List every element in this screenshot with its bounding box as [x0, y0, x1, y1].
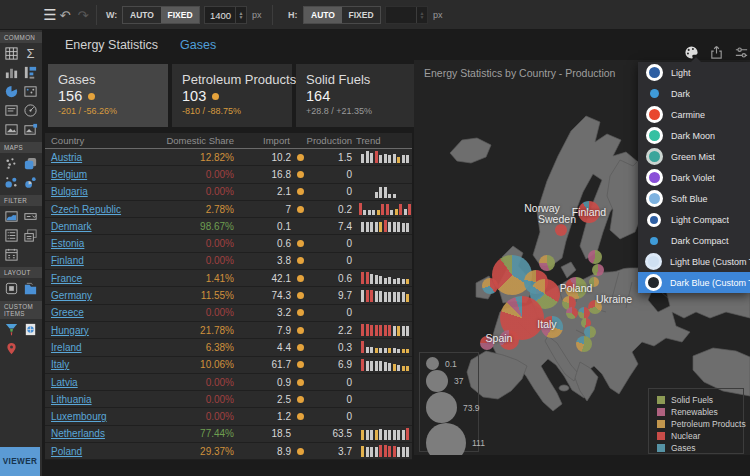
- col-trend[interactable]: Trend: [352, 135, 412, 146]
- section-common[interactable]: COMMON: [0, 32, 42, 43]
- range-filter-icon[interactable]: [2, 207, 21, 226]
- height-fixed-button[interactable]: FIXED: [342, 7, 380, 23]
- map-pie-marker[interactable]: [539, 255, 555, 271]
- webpage-icon[interactable]: [21, 320, 40, 339]
- country-link[interactable]: Greece: [51, 307, 84, 318]
- pie-map-icon[interactable]: [21, 173, 40, 192]
- point-map-icon[interactable]: [2, 154, 21, 173]
- country-link[interactable]: Lithuania: [51, 394, 92, 405]
- image-icon[interactable]: [2, 120, 21, 139]
- theme-menu-item[interactable]: Light Blue (Custom Theme): [638, 251, 750, 272]
- table-row[interactable]: Finland0.00%3.80: [45, 253, 412, 270]
- table-row[interactable]: Lithuania0.00%2.50: [45, 391, 412, 408]
- country-link[interactable]: France: [51, 273, 82, 284]
- table-row[interactable]: Denmark98.67%0.17.4: [45, 218, 412, 235]
- theme-menu-item[interactable]: Light Compact: [638, 209, 750, 230]
- bound-image-icon[interactable]: [21, 120, 40, 139]
- date-filter-icon[interactable]: [2, 245, 21, 264]
- bubble-map-icon[interactable]: [2, 173, 21, 192]
- parameters-icon[interactable]: [734, 45, 749, 60]
- country-link[interactable]: Hungary: [51, 325, 89, 336]
- card-petroleum-products[interactable]: Petroleum Products 103 -810 / -88.75%: [172, 64, 292, 127]
- width-stepper[interactable]: ▲▼: [235, 7, 246, 23]
- country-link[interactable]: Germany: [51, 290, 92, 301]
- country-link[interactable]: Austria: [51, 152, 82, 163]
- section-maps[interactable]: MAPS: [0, 142, 42, 153]
- country-link[interactable]: Belgium: [51, 169, 87, 180]
- tab-energy-statistics[interactable]: Energy Statistics: [65, 38, 158, 52]
- table-row[interactable]: Austria12.82%10.21.5: [45, 149, 412, 166]
- map-pie-marker[interactable]: [576, 336, 592, 352]
- map-pie-marker[interactable]: [482, 278, 498, 294]
- table-row[interactable]: Bulgaria0.00%2.10: [45, 184, 412, 201]
- table-row[interactable]: Hungary21.78%7.92.2: [45, 322, 412, 339]
- table-row[interactable]: Greece0.00%3.20: [45, 305, 412, 322]
- list-box-icon[interactable]: [2, 226, 21, 245]
- country-link[interactable]: Denmark: [51, 221, 92, 232]
- viewer-button[interactable]: VIEWER: [0, 447, 40, 476]
- country-link[interactable]: Estonia: [51, 238, 84, 249]
- redo-icon[interactable]: ↷: [74, 0, 92, 30]
- section-filter[interactable]: FILTER: [0, 195, 42, 206]
- country-link[interactable]: Netherlands: [51, 428, 105, 439]
- country-link[interactable]: Finland: [51, 255, 84, 266]
- theme-menu-item[interactable]: Dark Compact: [638, 230, 750, 251]
- theme-menu-item[interactable]: Light: [638, 62, 750, 83]
- width-input[interactable]: [205, 10, 235, 21]
- country-link[interactable]: Luxembourg: [51, 411, 107, 422]
- table-row[interactable]: Estonia0.00%0.60: [45, 235, 412, 252]
- export-icon[interactable]: [709, 45, 724, 60]
- section-custom-items[interactable]: CUSTOM ITEMS: [0, 301, 42, 319]
- width-fixed-button[interactable]: FIXED: [161, 7, 199, 23]
- country-link[interactable]: Ireland: [51, 342, 82, 353]
- col-domestic-share[interactable]: Domestic Share: [148, 135, 234, 146]
- theme-menu-item[interactable]: Dark Blue (Custom Theme): [638, 272, 750, 293]
- height-input[interactable]: [386, 10, 416, 21]
- col-production[interactable]: Production: [304, 135, 352, 146]
- map-pie-marker[interactable]: [592, 264, 604, 276]
- scatter-chart-icon[interactable]: [21, 63, 40, 82]
- theme-menu-item[interactable]: Soft Blue: [638, 188, 750, 209]
- theme-menu-item[interactable]: Carmine: [638, 104, 750, 125]
- country-link[interactable]: Italy: [51, 359, 69, 370]
- group-icon[interactable]: [2, 279, 21, 298]
- table-row[interactable]: Latvia0.00%0.90: [45, 374, 412, 391]
- pie-icon[interactable]: [2, 82, 21, 101]
- width-auto-button[interactable]: AUTO: [123, 7, 161, 23]
- text-box-icon[interactable]: [2, 101, 21, 120]
- table-row[interactable]: Germany11.55%74.39.7: [45, 287, 412, 304]
- section-layout[interactable]: LAYOUT: [0, 267, 42, 278]
- choropleth-map-icon[interactable]: [21, 154, 40, 173]
- country-link[interactable]: Czech Republic: [51, 204, 121, 215]
- country-link[interactable]: Latvia: [51, 377, 78, 388]
- funnel-icon[interactable]: [2, 320, 21, 339]
- map-pie-marker[interactable]: [588, 250, 602, 264]
- tree-view-icon[interactable]: [21, 226, 40, 245]
- card-gases[interactable]: Gases 156 -201 / -56.26%: [48, 64, 168, 127]
- table-row[interactable]: Poland29.37%8.93.7: [45, 443, 412, 460]
- grid-icon[interactable]: [2, 44, 21, 63]
- table-row[interactable]: Belgium0.00%16.80: [45, 166, 412, 183]
- pivot-icon[interactable]: Σ: [21, 44, 40, 63]
- table-row[interactable]: Netherlands77.44%18.563.5: [45, 426, 412, 443]
- map-pin-icon[interactable]: [2, 339, 21, 358]
- map-pie-marker[interactable]: [555, 224, 567, 236]
- card-solid-fuels[interactable]: Solid Fuels 164 +28.8 / +21.35%: [296, 64, 415, 127]
- table-row[interactable]: France1.41%42.10.6: [45, 270, 412, 287]
- gauge-icon[interactable]: [21, 101, 40, 120]
- col-country[interactable]: Country: [45, 135, 148, 146]
- cards-icon[interactable]: [21, 82, 40, 101]
- country-link[interactable]: Poland: [51, 446, 82, 457]
- tab-gases[interactable]: Gases: [180, 38, 216, 52]
- combo-box-icon[interactable]: [21, 207, 40, 226]
- theme-menu-item[interactable]: Green Mist: [638, 146, 750, 167]
- undo-icon[interactable]: ↶: [56, 0, 74, 30]
- height-auto-button[interactable]: AUTO: [304, 7, 342, 23]
- table-row[interactable]: Czech Republic2.78%70.2: [45, 201, 412, 218]
- country-link[interactable]: Bulgaria: [51, 186, 88, 197]
- theme-menu-item[interactable]: Dark Moon: [638, 125, 750, 146]
- map-pie-marker[interactable]: [566, 307, 578, 319]
- height-stepper[interactable]: ▲▼: [416, 7, 427, 23]
- theme-menu-item[interactable]: Dark: [638, 83, 750, 104]
- tab-container-icon[interactable]: [21, 279, 40, 298]
